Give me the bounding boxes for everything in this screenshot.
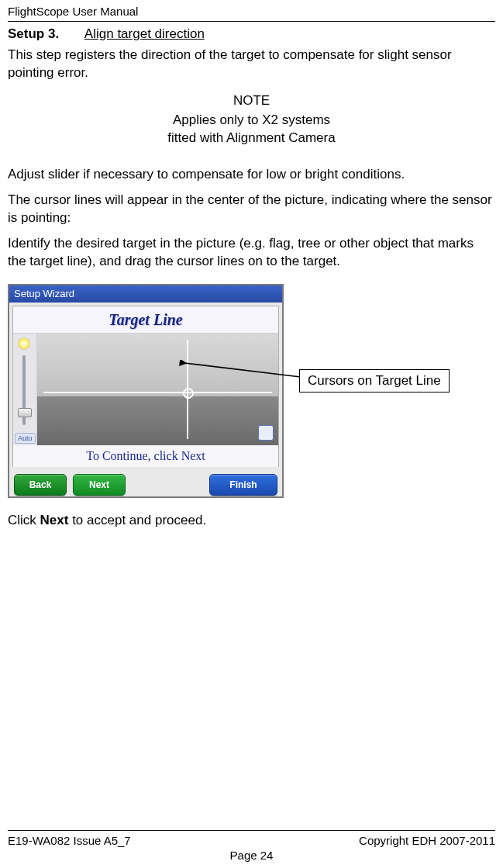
click-bold: Next: [40, 513, 69, 527]
click-next-paragraph: Click Next to accept and proceed.: [8, 512, 495, 530]
footer-rule: [8, 830, 495, 831]
wizard-button-row: Back Next Finish: [9, 470, 282, 498]
header-rule: [8, 21, 495, 22]
setup-title: Align target direction: [84, 26, 205, 41]
click-post: to accept and proceed.: [68, 513, 206, 527]
footer-right: Copyright EDH 2007-2011: [359, 834, 495, 847]
wizard-titlebar: Setup Wizard: [9, 285, 282, 303]
footer-left: E19-WA082 Issue A5_7: [8, 834, 131, 847]
brightness-slider[interactable]: Auto: [13, 334, 37, 445]
callout-arrow: [177, 360, 308, 394]
finish-button[interactable]: Finish: [209, 474, 277, 496]
setup-label: Setup 3.: [8, 26, 59, 41]
running-header: FlightScope User Manual: [8, 5, 495, 19]
setup-heading: Setup 3. Align target direction: [8, 26, 495, 42]
intro-paragraph: This step registers the direction of the…: [8, 47, 495, 82]
note-line-1: Applies only to X2 systems: [173, 112, 330, 127]
adjust-paragraph: Adjust slider if necessary to compensate…: [8, 166, 495, 184]
auto-button[interactable]: Auto: [15, 433, 36, 444]
sun-icon: [19, 338, 29, 349]
note-heading: NOTE: [8, 93, 495, 109]
wizard-heading: Target Line: [13, 306, 278, 334]
continue-hint: To Continue, click Next: [13, 445, 278, 467]
click-pre: Click: [8, 513, 40, 527]
confirm-checkbox[interactable]: [258, 425, 274, 441]
page: FlightScope User Manual Setup 3. Align t…: [0, 0, 503, 530]
note-body: Applies only to X2 systems fitted with A…: [8, 112, 495, 147]
identify-paragraph: Identify the desired target in the pictu…: [8, 235, 495, 271]
camera-ground: [37, 396, 278, 445]
identify-pre: Identify the desired target in the pictu…: [8, 236, 239, 251]
identify-post: , and drag the cursor lines on to the ta…: [92, 254, 340, 268]
svg-line-0: [184, 363, 301, 377]
footer-page-number: Page 24: [8, 849, 495, 862]
cursor-paragraph: The cursor lines will appear in the cent…: [8, 192, 495, 227]
back-button[interactable]: Back: [14, 474, 67, 496]
page-footer: E19-WA082 Issue A5_7 Copyright EDH 2007-…: [8, 830, 495, 862]
slider-thumb[interactable]: [18, 408, 32, 417]
figure-area: Setup Wizard Target Line Auto: [8, 284, 488, 509]
callout-label: Cursors on Target Line: [299, 369, 450, 393]
next-button[interactable]: Next: [73, 474, 126, 496]
note-line-2: fitted with Alignment Camera: [167, 130, 335, 145]
